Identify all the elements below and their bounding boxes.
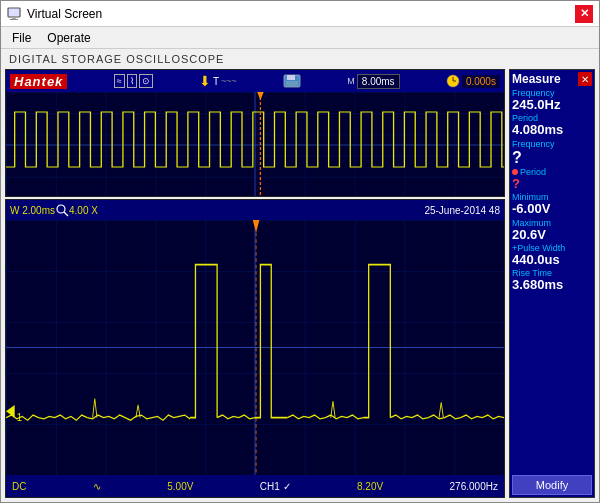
footer-freq-value: 276.000Hz [450, 481, 498, 492]
footer-freq-icon: ∿ [93, 481, 101, 492]
footer-volts: 5.00V [167, 481, 193, 492]
footer-ch1: CH1 ✓ [260, 481, 291, 492]
measure-period-1: Period 4.080ms [512, 113, 592, 137]
trigger-indicator: ⬇ T ~~~ [199, 73, 237, 89]
scope-top-panel: Hantek ≈ ⌇ ⊙ ⬇ T ~~~ [5, 69, 505, 197]
close-button[interactable]: ✕ [575, 5, 593, 23]
measure-title: Measure [512, 72, 561, 86]
measure-frequency-1: Frequency 245.0Hz [512, 88, 592, 112]
top-grid-svg [6, 92, 504, 197]
title-bar: Virtual Screen ✕ [1, 1, 599, 27]
measure-maximum-value: 20.6V [512, 228, 592, 242]
cam-icon: ⊙ [139, 74, 153, 88]
modify-button[interactable]: Modify [512, 475, 592, 495]
measure-panel: Measure ✕ Frequency 245.0Hz Period 4.080… [509, 69, 595, 498]
ch1-label: CH1 ✓ [260, 481, 291, 492]
app-icon [7, 7, 21, 21]
measure-period-1-value: 4.080ms [512, 123, 592, 137]
oscilloscope-area: Hantek ≈ ⌇ ⊙ ⬇ T ~~~ [5, 69, 505, 498]
scope-bottom-footer: DC ∿ 5.00V CH1 ✓ 8.20V 276.000 [6, 475, 504, 497]
measure-header: Measure ✕ [512, 72, 592, 86]
time-offset-display: 0.000s [462, 75, 500, 88]
main-area: Hantek ≈ ⌇ ⊙ ⬇ T ~~~ [1, 67, 599, 502]
floppy-icon [283, 74, 301, 88]
svg-point-15 [57, 205, 65, 213]
scope-canvas-bottom: 1 [6, 220, 504, 475]
svg-rect-4 [287, 75, 295, 80]
menu-operate[interactable]: Operate [44, 30, 93, 46]
window-title: Virtual Screen [27, 7, 102, 21]
measure-period-2: Period ? [512, 167, 592, 191]
clock-icon [446, 74, 460, 88]
footer-ch1-volts: 8.20V [357, 481, 383, 492]
volts-display: 5.00V [167, 481, 193, 492]
pulse-icon: ⌇ [127, 74, 137, 88]
measure-maximum: Maximum 20.6V [512, 218, 592, 242]
timebase-display: 8.00ms [357, 74, 400, 89]
measure-frequency-2: Frequency ? [512, 139, 592, 167]
measure-close-button[interactable]: ✕ [578, 72, 592, 86]
measure-frequency-2-value: ? [512, 149, 592, 167]
scope-top-header: Hantek ≈ ⌇ ⊙ ⬇ T ~~~ [6, 70, 504, 92]
ac-icon: ∿ [93, 481, 101, 492]
measure-frequency-2-label: Frequency [512, 139, 592, 149]
dso-label: DIGITAL STORAGE OSCILLOSCOPE [1, 49, 599, 67]
title-bar-left: Virtual Screen [7, 7, 102, 21]
period-dot-icon [512, 169, 518, 175]
measure-minimum: Minimum -6.00V [512, 192, 592, 216]
date-display: 25-June-2014 48 [98, 205, 500, 216]
bottom-waveform-svg: 1 [6, 220, 504, 475]
measure-rise-time: Rise Time 3.680ms [512, 268, 592, 292]
menu-bar: File Operate [1, 27, 599, 49]
bottom-timebase: W 2.00ms [10, 205, 55, 216]
scope-bottom-header: W 2.00ms 4.00 X 25-June-2014 48 [6, 200, 504, 220]
measure-rise-time-value: 3.680ms [512, 278, 592, 292]
measure-minimum-value: -6.00V [512, 202, 592, 216]
wave-icon: ≈ [114, 74, 125, 88]
measure-frequency-1-value: 245.0Hz [512, 98, 592, 112]
measure-pulse-width-value: 440.0us [512, 253, 592, 267]
scope-bottom-panel: W 2.00ms 4.00 X 25-June-2014 48 [5, 199, 505, 498]
svg-rect-0 [8, 8, 20, 17]
svg-rect-5 [286, 81, 298, 86]
measure-period-2-label: Period [512, 167, 592, 177]
scope-canvas-top [6, 92, 504, 197]
menu-file[interactable]: File [9, 30, 34, 46]
svg-text:1: 1 [17, 411, 22, 424]
footer-dc: DC [12, 481, 26, 492]
freq-value: 276.000Hz [450, 481, 498, 492]
hantek-logo: Hantek [10, 74, 67, 89]
zoom-level: 4.00 X [69, 205, 98, 216]
scope-icons: ≈ ⌇ ⊙ [114, 74, 153, 88]
ch1-volts: 8.20V [357, 481, 383, 492]
search-icon [55, 203, 69, 217]
svg-line-16 [64, 212, 68, 216]
measure-period-2-value: ? [512, 177, 592, 191]
dc-label: DC [12, 481, 26, 492]
measure-pulse-width: +Pulse Width 440.0us [512, 243, 592, 267]
main-window: Virtual Screen ✕ File Operate DIGITAL ST… [0, 0, 600, 503]
svg-rect-1 [12, 17, 16, 19]
svg-rect-2 [10, 19, 18, 20]
